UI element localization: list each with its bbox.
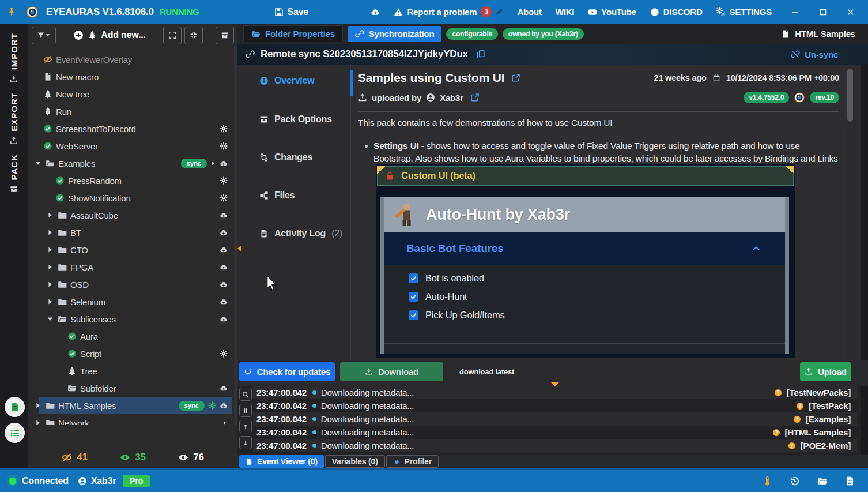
titlebar-item-about[interactable]: About — [517, 7, 541, 17]
sidebar-scrollbar[interactable] — [234, 33, 237, 425]
tree-item-examples[interactable]: Examplessync — [28, 155, 233, 172]
cloud-up-icon[interactable] — [220, 228, 228, 236]
gear-icon[interactable] — [220, 176, 228, 185]
caret-right-icon[interactable] — [46, 298, 54, 306]
tree-item-bt[interactable]: BT — [28, 224, 233, 241]
tree-item-assaultcube[interactable]: AssaultCube — [28, 206, 233, 224]
caret-right-icon[interactable] — [46, 228, 54, 236]
cloud-up-icon[interactable] — [220, 384, 228, 392]
log-search-button[interactable] — [239, 388, 252, 401]
checkbox-icon[interactable] — [409, 292, 418, 302]
collapse-all-button[interactable] — [184, 27, 203, 44]
checkbox-bot-is-enabled[interactable]: Bot is enabled — [409, 273, 785, 284]
caret-right-icon[interactable] — [34, 401, 42, 410]
log-row[interactable]: 23:47:00.042Downloading metadata...?[Exa… — [253, 412, 858, 426]
nav-item-files[interactable]: Files — [237, 185, 350, 206]
gear-icon[interactable] — [220, 142, 228, 150]
external-link-icon[interactable] — [511, 73, 520, 82]
sidebar-splitter-grip[interactable] — [236, 244, 243, 256]
save-button[interactable]: Save — [274, 7, 309, 17]
download-button[interactable]: Download — [340, 362, 443, 381]
archive-button[interactable] — [216, 27, 234, 44]
expand-all-button[interactable] — [163, 27, 182, 44]
log-row[interactable]: 23:47:00.042Downloading metadata...?[Tes… — [253, 399, 858, 412]
cloud-up-icon[interactable] — [220, 298, 228, 306]
status-doc-lines-icon[interactable] — [845, 476, 855, 486]
caret-down-icon[interactable] — [34, 159, 42, 167]
titlebar-item-cloud-down[interactable] — [371, 7, 380, 17]
checkbox-auto-hunt[interactable]: Auto-Hunt — [409, 291, 785, 302]
tree-item-network[interactable]: Network — [28, 414, 233, 425]
tree-item-script[interactable]: Script — [28, 345, 233, 362]
quick-doc-button[interactable] — [5, 397, 25, 417]
tree-item-shownotification[interactable]: ShowNotification — [28, 189, 233, 206]
status-thermometer-icon[interactable] — [762, 476, 772, 486]
tree-item-screenshottodiscord[interactable]: ScreenshotToDiscord — [28, 120, 233, 137]
titlebar-item-youtube[interactable]: YouTube — [588, 7, 636, 17]
gear-icon[interactable] — [220, 125, 228, 133]
tree-item-new-tree[interactable]: New tree — [28, 85, 233, 103]
filter-button[interactable] — [32, 27, 56, 44]
external-link-icon[interactable] — [470, 93, 480, 102]
tree-item-new-macro[interactable]: New macro — [28, 68, 233, 85]
minimize-button[interactable] — [783, 3, 808, 21]
bottom-tab-profiler[interactable]: Profiler — [386, 455, 439, 468]
tree-item-selenium[interactable]: Selenium — [28, 293, 233, 310]
caret-down-icon[interactable] — [46, 315, 54, 323]
tab-synchronization[interactable]: Synchronization — [348, 26, 442, 42]
bottom-tab-event-viewer-[interactable]: Event Viewer (0) — [239, 455, 324, 468]
nav-item-changes[interactable]: Changes — [237, 147, 350, 168]
tab-folder-properties[interactable]: Folder Properties — [243, 25, 343, 42]
tree-item-pressrandom[interactable]: PressRandom — [28, 172, 233, 189]
cloud-up-icon[interactable] — [220, 263, 228, 271]
caret-right-icon[interactable] — [46, 211, 54, 219]
unsync-button[interactable]: Un-sync — [791, 50, 860, 59]
log-arrow-up-button[interactable] — [239, 420, 252, 433]
gear-icon[interactable] — [220, 350, 228, 358]
copy-icon[interactable] — [476, 50, 485, 59]
nav-item-pack-options[interactable]: Pack Options — [237, 109, 350, 130]
maximize-button[interactable] — [810, 3, 836, 21]
user-info[interactable]: Xab3r — [78, 476, 116, 486]
quick-list-button[interactable] — [5, 423, 25, 443]
tree-item-fpga[interactable]: FPGA — [28, 258, 233, 276]
check-for-updates-button[interactable]: Check for updates — [239, 362, 335, 381]
tree-item-osd[interactable]: OSD — [28, 276, 233, 293]
rail-item-import[interactable]: IMPORT — [0, 33, 28, 83]
cloud-up-icon[interactable] — [220, 246, 228, 254]
caret-right-icon[interactable] — [46, 280, 54, 288]
log-row[interactable]: 23:47:00.042Downloading metadata...?[HTM… — [253, 426, 858, 439]
tree-item-sublicenses[interactable]: Sublicenses — [28, 310, 233, 328]
nav-item-overview[interactable]: Overview — [237, 70, 350, 91]
log-row[interactable]: 23:47:00.042Downloading metadata...?[Tes… — [253, 386, 858, 399]
add-new-button[interactable]: Add new... — [73, 30, 145, 40]
bottom-tab-variables-[interactable]: Variables (0) — [325, 455, 385, 468]
bot-features-section-header[interactable]: Basic Bot Features — [384, 232, 785, 265]
tree-item-tree[interactable]: Tree — [28, 362, 233, 380]
tree-item-eventvieweroverlay[interactable]: EventViewerOverlay — [28, 51, 233, 68]
caret-right-icon[interactable] — [46, 246, 54, 254]
checkbox-icon[interactable] — [409, 273, 418, 283]
caret-right-icon[interactable] — [34, 419, 42, 425]
tree-item-webserver[interactable]: WebServer — [28, 137, 233, 155]
caret-right-icon[interactable] — [222, 420, 228, 425]
log-row[interactable]: 23:47:00.042Downloading metadata...?[POE… — [253, 439, 858, 452]
cloud-up-icon[interactable] — [220, 401, 228, 410]
checkbox-pick-up-gold-items[interactable]: Pick Up Gold/Items — [409, 310, 785, 321]
cloud-up-icon[interactable] — [220, 315, 228, 323]
tree-item-cto[interactable]: CTO — [28, 241, 233, 258]
status-folder-open-icon[interactable] — [817, 476, 828, 486]
gear-icon[interactable] — [220, 194, 228, 202]
log-arrow-down-button[interactable] — [239, 436, 252, 449]
caret-right-icon[interactable] — [210, 160, 216, 166]
titlebar-item-discord[interactable]: DISCORD — [650, 7, 703, 17]
tree-item-aura[interactable]: Aura — [28, 328, 233, 345]
upload-button[interactable]: Upload — [800, 362, 851, 381]
horizontal-splitter[interactable] — [237, 382, 868, 386]
titlebar-item-wiki[interactable]: WIKI — [556, 7, 575, 17]
status-history-icon[interactable] — [790, 476, 800, 486]
tree-item-subfolder[interactable]: Subfolder — [28, 380, 233, 397]
caret-right-icon[interactable] — [46, 263, 54, 271]
content-scrollbar[interactable] — [847, 69, 853, 122]
cloud-up-icon[interactable] — [220, 211, 228, 219]
